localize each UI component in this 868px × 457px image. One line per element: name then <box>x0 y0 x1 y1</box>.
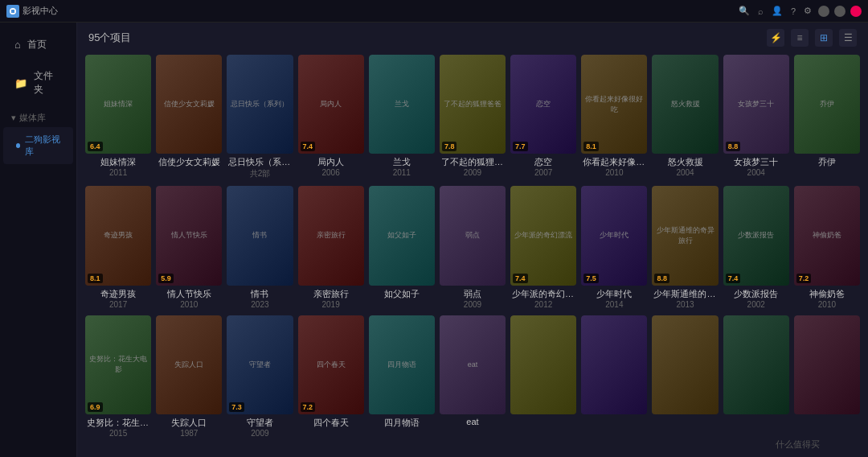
movie-rating: 7.2 <box>301 402 316 412</box>
movie-card[interactable] <box>581 315 647 439</box>
svg-rect-1 <box>11 10 14 13</box>
movie-rating: 8.1 <box>583 142 599 151</box>
movie-card[interactable]: 怒火救援怒火救援2004 <box>652 55 718 181</box>
movie-card[interactable]: 乔伊乔伊 <box>794 55 860 181</box>
movie-card[interactable]: 情书情书2023 <box>227 186 293 310</box>
movie-card[interactable]: 如父如子如父如子 <box>369 186 435 310</box>
home-icon: ⌂ <box>14 39 21 51</box>
movie-title: 神偷奶爸 <box>796 288 858 300</box>
movie-card[interactable]: 少数派报告7.4少数派报告2002 <box>723 186 789 310</box>
movie-card[interactable]: eateat <box>440 315 506 439</box>
poster-bg: 兰戈 <box>369 55 435 154</box>
movie-card[interactable]: 少年斯通维的奇异旅行8.8少年斯通维的奇异旅行2013 <box>652 186 718 310</box>
movie-title: 史努比：花生大电影 <box>87 417 149 429</box>
poster-bg: 恋空 <box>510 55 576 154</box>
grid-view-button[interactable]: ⊞ <box>815 29 833 47</box>
movie-card[interactable]: 你看起来好像很好吃8.1你看起来好像很好吃2010 <box>581 55 647 181</box>
sidebar-section-media[interactable]: ▾ 媒体库 <box>0 105 76 127</box>
movie-year: 2007 <box>512 168 575 177</box>
movie-year: 2011 <box>371 168 433 177</box>
watermark: 什么值得买 <box>776 438 820 451</box>
movie-card[interactable]: 奇迹男孩8.1奇迹男孩2017 <box>85 186 151 310</box>
poster-bg: 信使少女文莉媛 <box>156 55 222 154</box>
sidebar-item-files[interactable]: 📁 文件夹 <box>3 61 73 105</box>
movie-rating: 7.4 <box>513 274 528 283</box>
movie-rating: 7.4 <box>301 142 316 151</box>
filter-button[interactable]: ⚡ <box>767 29 784 47</box>
movie-title: 守望者 <box>228 417 291 429</box>
movie-title: 少年时代 <box>583 288 645 300</box>
movie-title: 四月物语 <box>371 417 433 429</box>
poster-bg: 姐妹情深 <box>85 55 151 154</box>
list-view-button[interactable]: ☰ <box>839 29 857 47</box>
movie-card[interactable]: 失踪人口失踪人口1987 <box>156 315 222 439</box>
sidebar-item-home[interactable]: ⌂ 首页 <box>3 30 73 60</box>
movie-card[interactable] <box>510 315 576 439</box>
movie-year: 2012 <box>512 300 575 309</box>
user-icon[interactable]: 👤 <box>770 6 784 16</box>
movie-card[interactable] <box>723 315 789 439</box>
movie-title: 失踪人口 <box>158 417 220 429</box>
poster-bg <box>723 315 789 414</box>
poster-bg <box>581 315 647 414</box>
search-icon[interactable]: 🔍 <box>737 6 751 16</box>
header-tools: ⚡ ≡ ⊞ ☰ <box>767 29 857 47</box>
help-icon[interactable]: ? <box>789 6 797 16</box>
app-logo: 影视中心 <box>6 5 58 18</box>
movie-card[interactable] <box>652 315 718 439</box>
movie-title: 怒火救援 <box>653 156 716 168</box>
active-dot <box>16 143 20 148</box>
movie-year: 2009 <box>441 300 504 309</box>
movie-card[interactable]: 局内人7.4局内人2006 <box>298 55 364 181</box>
movie-card[interactable]: 少年时代7.5少年时代2014 <box>581 186 647 310</box>
close-button[interactable]: ✕ <box>850 6 862 17</box>
movie-card[interactable]: 了不起的狐狸爸爸7.8了不起的狐狸爸爸2009 <box>440 55 506 181</box>
movie-card[interactable]: 女孩梦三十8.8女孩梦三十2004 <box>723 55 789 181</box>
sidebar: ⌂ 首页 📁 文件夹 ▾ 媒体库 二狗影视库 <box>0 23 77 457</box>
movie-card[interactable]: 信使少女文莉媛信使少女文莉媛 <box>156 55 222 181</box>
movie-card[interactable]: 弱点弱点2009 <box>440 186 506 310</box>
movie-title: 信使少女文莉媛 <box>158 156 220 168</box>
movie-card[interactable]: 兰戈兰戈2011 <box>369 55 435 181</box>
movie-card[interactable]: 守望者7.3守望者2009 <box>227 315 293 439</box>
poster-bg: 亲密旅行 <box>298 186 364 285</box>
minimize-button[interactable]: — <box>818 6 829 17</box>
poster-bg: 失踪人口 <box>156 315 222 414</box>
poster-bg <box>794 315 860 414</box>
settings-icon[interactable]: ⚙ <box>802 6 813 16</box>
movie-card[interactable]: 神偷奶爸7.2神偷奶爸2010 <box>794 186 860 310</box>
main-content: 95个项目 ⚡ ≡ ⊞ ☰ 姐妹情深6.4姐妹情深2011信使少女文莉媛信使少女… <box>77 23 868 457</box>
sort-button[interactable]: ≡ <box>791 29 809 47</box>
maximize-button[interactable]: □ <box>834 6 845 17</box>
movie-card[interactable]: 情人节快乐5.9情人节快乐2010 <box>156 186 222 310</box>
poster-bg: 局内人 <box>298 55 364 154</box>
search2-icon[interactable]: ⌕ <box>756 6 765 16</box>
movie-title: 弱点 <box>441 288 504 300</box>
poster-bg: 神偷奶爸 <box>794 186 860 285</box>
poster-bg: 怒火救援 <box>652 55 718 154</box>
movie-title: 情人节快乐 <box>158 288 220 300</box>
movie-rating: 6.4 <box>88 142 103 151</box>
movie-rating: 7.3 <box>229 402 244 412</box>
movie-card[interactable] <box>794 315 860 439</box>
poster-bg: 情书 <box>227 186 293 285</box>
movie-title: 女孩梦三十 <box>725 156 788 168</box>
poster-bg: 弱点 <box>440 186 506 285</box>
chevron-down-icon: ▾ <box>11 113 16 123</box>
movie-card[interactable]: 忌日快乐（系列）忌日快乐（系列）共2部 <box>227 55 293 181</box>
movie-card[interactable]: 四个春天7.2四个春天 <box>298 315 364 439</box>
movie-card[interactable]: 亲密旅行亲密旅行2019 <box>298 186 364 310</box>
movie-rating: 6.9 <box>88 402 103 412</box>
movie-year: 2002 <box>725 300 788 309</box>
movie-card[interactable]: 姐妹情深6.4姐妹情深2011 <box>85 55 151 181</box>
movie-card[interactable]: 史努比：花生大电影6.9史努比：花生大电影2015 <box>85 315 151 439</box>
poster-bg: 四月物语 <box>369 315 435 414</box>
poster-bg: 少年派的奇幻漂流 <box>510 186 576 285</box>
movie-card[interactable]: 恋空7.7恋空2007 <box>510 55 576 181</box>
movie-card[interactable]: 少年派的奇幻漂流7.4少年派的奇幻漂流2012 <box>510 186 576 310</box>
movie-title: 忌日快乐（系列） <box>228 156 291 168</box>
sidebar-item-library[interactable]: 二狗影视库 <box>3 127 73 164</box>
movie-year: 2013 <box>653 300 716 309</box>
movie-year: 2011 <box>87 168 149 177</box>
movie-card[interactable]: 四月物语四月物语 <box>369 315 435 439</box>
